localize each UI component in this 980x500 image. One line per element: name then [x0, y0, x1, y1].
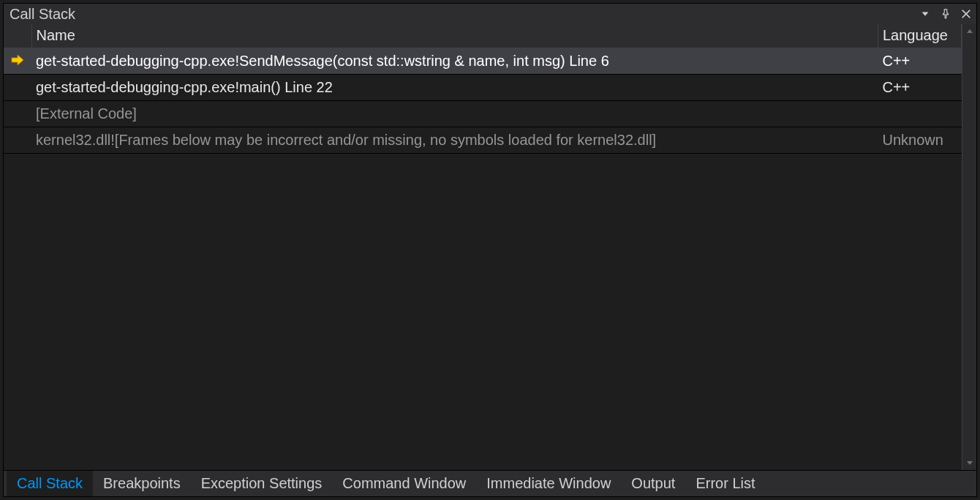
- panel-title-bar[interactable]: Call Stack: [4, 4, 976, 24]
- frame-icon-cell: [4, 127, 31, 153]
- frame-icon-cell: [4, 74, 31, 100]
- table-wrap: Name Language get-started-debugging-cpp.…: [4, 24, 976, 470]
- tab-call-stack[interactable]: Call Stack: [7, 471, 93, 496]
- stack-frame-row[interactable]: get-started-debugging-cpp.exe!main() Lin…: [4, 74, 962, 100]
- scroll-down-icon[interactable]: [962, 455, 977, 470]
- current-frame-arrow-icon: [10, 54, 25, 66]
- stack-frame-row[interactable]: [External Code]: [4, 100, 962, 127]
- scroll-up-icon[interactable]: [962, 24, 977, 39]
- frame-icon-cell: [4, 100, 31, 127]
- stack-frame-row[interactable]: kernel32.dll![Frames below may be incorr…: [4, 127, 962, 153]
- column-header-name[interactable]: Name: [31, 24, 878, 48]
- panel-title: Call Stack: [10, 6, 75, 23]
- table-scroll: Name Language get-started-debugging-cpp.…: [4, 24, 962, 470]
- pin-icon[interactable]: [938, 7, 953, 21]
- frame-name-cell: kernel32.dll![Frames below may be incorr…: [31, 127, 878, 153]
- window-position-button[interactable]: [918, 7, 932, 21]
- close-icon[interactable]: [959, 7, 973, 21]
- frame-name-cell: get-started-debugging-cpp.exe!SendMessag…: [31, 48, 878, 74]
- tab-immediate-window[interactable]: Immediate Window: [476, 471, 621, 496]
- tab-exception-settings[interactable]: Exception Settings: [191, 471, 333, 496]
- table-header-row: Name Language: [4, 24, 962, 48]
- title-bar-buttons: [918, 7, 973, 21]
- column-header-language[interactable]: Language: [878, 24, 962, 48]
- stack-frame-row[interactable]: get-started-debugging-cpp.exe!SendMessag…: [4, 48, 962, 74]
- frame-language-cell: Unknown: [878, 127, 962, 153]
- panel-grip[interactable]: [81, 7, 912, 22]
- frame-name-cell: [External Code]: [31, 100, 878, 127]
- frame-language-cell: C++: [878, 74, 962, 100]
- column-header-icon[interactable]: [4, 24, 31, 48]
- tab-breakpoints[interactable]: Breakpoints: [93, 471, 191, 496]
- tool-window-tabs: Call StackBreakpointsException SettingsC…: [4, 470, 976, 496]
- tab-command-window[interactable]: Command Window: [332, 471, 476, 496]
- frame-icon-cell: [4, 48, 31, 74]
- frame-language-cell: [878, 100, 962, 127]
- tab-error-list[interactable]: Error List: [685, 471, 765, 496]
- call-stack-content: Name Language get-started-debugging-cpp.…: [4, 24, 976, 470]
- frame-name-cell: get-started-debugging-cpp.exe!main() Lin…: [31, 74, 878, 100]
- vertical-scrollbar[interactable]: [962, 24, 976, 470]
- tab-output[interactable]: Output: [621, 471, 685, 496]
- call-stack-panel: Call Stack: [3, 3, 977, 497]
- frame-language-cell: C++: [878, 48, 962, 74]
- call-stack-table: Name Language get-started-debugging-cpp.…: [4, 24, 962, 154]
